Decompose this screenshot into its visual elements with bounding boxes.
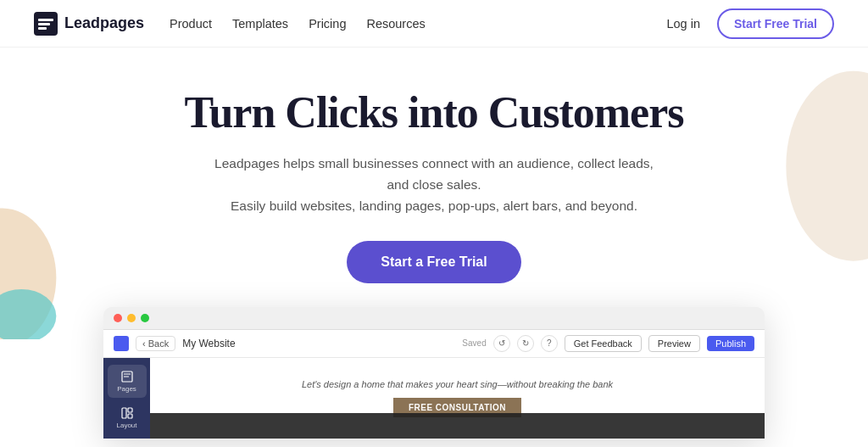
- preview-button[interactable]: Preview: [648, 335, 700, 352]
- window-page-title: My Website: [182, 338, 235, 349]
- hero-subtitle-line1: Leadpages helps small businesses connect…: [214, 156, 654, 192]
- publish-button[interactable]: Publish: [707, 336, 754, 351]
- logo-text: Leadpages: [64, 14, 144, 32]
- toolbar-logo-icon: [114, 336, 129, 351]
- window-toolbar: ‹ Back My Website Saved ↺ ↻ ? Get Feedba…: [103, 330, 765, 358]
- svg-rect-10: [122, 408, 126, 418]
- nav-link-product[interactable]: Product: [170, 17, 212, 31]
- pages-icon: [120, 370, 134, 383]
- undo-icon[interactable]: ↺: [493, 335, 510, 352]
- layout-label: Layout: [116, 422, 136, 429]
- hero-subtitle-line2: Easily build websites, landing pages, po…: [231, 198, 637, 213]
- nav-right: Log in Start Free Trial: [666, 8, 834, 39]
- svg-rect-5: [38, 23, 50, 25]
- app-window: ‹ Back My Website Saved ↺ ↻ ? Get Feedba…: [103, 307, 765, 439]
- redo-icon[interactable]: ↻: [517, 335, 534, 352]
- hero-section: Turn Clicks into Customers Leadpages hel…: [0, 47, 868, 283]
- help-icon[interactable]: ?: [541, 335, 558, 352]
- hero-title: Turn Clicks into Customers: [0, 88, 868, 137]
- window-close-dot: [114, 314, 122, 322]
- app-page-subtitle: Let's design a home that makes your hear…: [302, 379, 613, 389]
- dark-bg-strip: [150, 413, 765, 439]
- app-sidebar: Pages Layout: [103, 358, 150, 439]
- window-content: Pages Layout Let's design a home that ma…: [103, 358, 765, 439]
- layout-icon: [120, 406, 134, 420]
- svg-rect-11: [128, 408, 132, 412]
- start-free-trial-button[interactable]: Start Free Trial: [717, 8, 834, 39]
- back-chevron-icon: ‹: [142, 338, 146, 349]
- hero-subtitle: Leadpages helps small businesses connect…: [214, 154, 654, 216]
- app-screenshot-wrapper: ‹ Back My Website Saved ↺ ↻ ? Get Feedba…: [0, 307, 868, 439]
- svg-rect-12: [128, 414, 132, 418]
- window-titlebar: [103, 307, 765, 330]
- hero-cta-button[interactable]: Start a Free Trial: [347, 241, 520, 283]
- window-maximize-dot: [141, 314, 149, 322]
- window-minimize-dot: [127, 314, 136, 322]
- svg-rect-6: [38, 27, 47, 30]
- nav-link-resources[interactable]: Resources: [366, 17, 425, 31]
- login-link[interactable]: Log in: [666, 17, 700, 31]
- get-feedback-button[interactable]: Get Feedback: [565, 335, 642, 352]
- logo[interactable]: Leadpages: [34, 12, 144, 36]
- back-label: Back: [148, 338, 169, 349]
- sidebar-item-layout[interactable]: Layout: [108, 401, 147, 434]
- leadpages-logo-icon: [34, 12, 58, 36]
- nav-link-templates[interactable]: Templates: [232, 17, 288, 31]
- navbar: Leadpages Product Templates Pricing Reso…: [0, 0, 868, 47]
- app-main-content: Let's design a home that makes your hear…: [150, 358, 765, 439]
- toolbar-saved-status: Saved: [462, 338, 486, 348]
- back-button[interactable]: ‹ Back: [136, 336, 175, 351]
- pages-label: Pages: [117, 385, 136, 393]
- nav-links: Product Templates Pricing Resources: [170, 17, 666, 31]
- sidebar-item-pages[interactable]: Pages: [108, 365, 147, 398]
- svg-rect-4: [38, 19, 53, 21]
- nav-link-pricing[interactable]: Pricing: [309, 17, 346, 31]
